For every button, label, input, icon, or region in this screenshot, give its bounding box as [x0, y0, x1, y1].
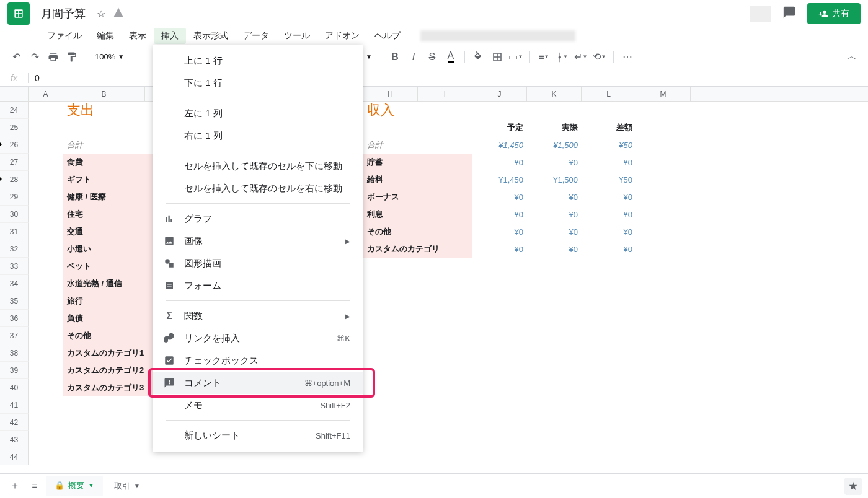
row-header-26[interactable]: 26: [0, 136, 29, 154]
row-header-39[interactable]: 39: [0, 362, 29, 379]
strike-button[interactable]: S: [423, 48, 441, 66]
move-to-drive-icon[interactable]: [113, 7, 124, 20]
cell[interactable]: 予定: [472, 119, 527, 136]
menu-アドオン[interactable]: アドオン: [317, 28, 367, 44]
row-header-27[interactable]: 27: [0, 154, 29, 171]
italic-button[interactable]: I: [405, 48, 422, 66]
bold-button[interactable]: B: [386, 48, 404, 66]
cell[interactable]: ¥0: [582, 154, 636, 171]
text-color-button[interactable]: A: [442, 48, 459, 66]
borders-button[interactable]: [489, 48, 506, 66]
col-header-I[interactable]: I: [418, 87, 472, 101]
paint-format-button[interactable]: [63, 48, 81, 66]
menu-編集[interactable]: 編集: [89, 28, 122, 44]
select-all-corner[interactable]: [0, 87, 29, 101]
col-header-K[interactable]: K: [527, 87, 582, 101]
open-comments-icon[interactable]: [782, 6, 796, 22]
cell[interactable]: 合計: [63, 136, 145, 154]
cell[interactable]: ¥0: [527, 154, 582, 171]
sheet-tab-other[interactable]: 取引 ▼: [105, 477, 149, 496]
cell[interactable]: 収入: [363, 102, 472, 119]
row-header-44[interactable]: 44: [0, 448, 29, 465]
col-header-J[interactable]: J: [472, 87, 527, 101]
wrap-button[interactable]: ↵▼: [572, 48, 590, 66]
row-header-29[interactable]: 29: [0, 188, 29, 206]
menu-item-セルを挿入して既存のセルを右に移動[interactable]: セルを挿入して既存のセルを右に移動: [153, 177, 363, 199]
undo-button[interactable]: ↶: [7, 48, 25, 66]
menu-ヘルプ[interactable]: ヘルプ: [367, 28, 408, 44]
row-header-25[interactable]: 25: [0, 119, 29, 136]
cell[interactable]: 給料: [363, 171, 472, 188]
cell[interactable]: ¥0: [527, 223, 582, 240]
menu-item-メモ[interactable]: メモShift+F2: [153, 394, 363, 416]
star-icon[interactable]: ☆: [97, 8, 105, 20]
menu-item-フォーム[interactable]: フォーム: [153, 274, 363, 297]
col-header-A[interactable]: A: [29, 87, 63, 101]
spreadsheet-area[interactable]: ABCDEFGHIJKLM 24252627282930313233343536…: [0, 87, 868, 465]
cell[interactable]: ¥1,450: [472, 171, 527, 188]
halign-button[interactable]: ≡▼: [535, 48, 552, 66]
cell[interactable]: ¥0: [472, 188, 527, 206]
cell[interactable]: ¥0: [472, 240, 527, 258]
menu-データ[interactable]: データ: [236, 28, 277, 44]
cell[interactable]: ¥0: [527, 206, 582, 223]
menu-item-新しいシート[interactable]: 新しいシートShift+F11: [153, 424, 363, 447]
menu-item-関数[interactable]: Σ関数▶: [153, 305, 363, 327]
row-header-38[interactable]: 38: [0, 344, 29, 362]
redo-button[interactable]: ↷: [26, 48, 43, 66]
cell[interactable]: ¥0: [472, 206, 527, 223]
col-header-H[interactable]: H: [363, 87, 418, 101]
cell[interactable]: 実際: [527, 119, 582, 136]
menu-item-右に 1 列[interactable]: 右に 1 列: [153, 124, 363, 147]
menu-表示形式[interactable]: 表示形式: [186, 28, 236, 44]
zoom-select[interactable]: 100% ▼: [91, 52, 128, 61]
cell[interactable]: ¥0: [527, 240, 582, 258]
menu-item-上に 1 行[interactable]: 上に 1 行: [153, 50, 363, 72]
rotate-button[interactable]: ⟲▼: [591, 48, 608, 66]
cell[interactable]: その他: [363, 223, 472, 240]
print-button[interactable]: [45, 48, 62, 66]
row-header-40[interactable]: 40: [0, 379, 29, 396]
cell[interactable]: ¥0: [472, 223, 527, 240]
cell[interactable]: 貯蓄: [363, 154, 472, 171]
cell[interactable]: ¥1,450: [472, 136, 527, 154]
row-header-30[interactable]: 30: [0, 206, 29, 223]
menu-item-チェックボックス[interactable]: チェックボックス: [153, 349, 363, 372]
menu-表示[interactable]: 表示: [122, 28, 154, 44]
row-header-34[interactable]: 34: [0, 275, 29, 292]
row-header-32[interactable]: 32: [0, 240, 29, 258]
menu-item-図形描画[interactable]: 図形描画: [153, 252, 363, 274]
menu-ツール[interactable]: ツール: [277, 28, 317, 44]
menu-item-セルを挿入して既存のセルを下に移動[interactable]: セルを挿入して既存のセルを下に移動: [153, 155, 363, 177]
menu-item-コメント[interactable]: +コメント⌘+option+M: [153, 372, 363, 394]
row-header-43[interactable]: 43: [0, 431, 29, 448]
cell[interactable]: ¥0: [472, 154, 527, 171]
cell[interactable]: 差額: [582, 119, 636, 136]
cell[interactable]: ¥0: [582, 223, 636, 240]
col-header-M[interactable]: M: [636, 87, 691, 101]
valign-button[interactable]: ⍿▼: [554, 48, 571, 66]
add-sheet-button[interactable]: ＋: [6, 478, 24, 495]
explore-button[interactable]: [844, 478, 862, 495]
doc-title[interactable]: 月間予算: [41, 6, 86, 21]
row-header-37[interactable]: 37: [0, 327, 29, 344]
row-header-24[interactable]: 24: [0, 102, 29, 119]
col-header-L[interactable]: L: [582, 87, 636, 101]
all-sheets-button[interactable]: ≡: [26, 478, 43, 495]
menu-item-下に 1 行[interactable]: 下に 1 行: [153, 72, 363, 94]
account-avatar[interactable]: [750, 6, 771, 22]
cell[interactable]: ボーナス: [363, 188, 472, 206]
row-header-36[interactable]: 36: [0, 310, 29, 327]
menu-item-画像[interactable]: 画像▶: [153, 230, 363, 252]
row-header-42[interactable]: 42: [0, 414, 29, 431]
row-header-31[interactable]: 31: [0, 223, 29, 240]
row-header-35[interactable]: 35: [0, 292, 29, 310]
cell[interactable]: 合計: [363, 136, 418, 154]
menu-item-リンクを挿入[interactable]: リンクを挿入⌘K: [153, 327, 363, 349]
cell[interactable]: ¥0: [527, 188, 582, 206]
merge-button[interactable]: ▭▼: [507, 48, 525, 66]
row-header-28[interactable]: 28: [0, 171, 29, 188]
sheets-logo[interactable]: [7, 2, 30, 25]
cell[interactable]: カスタムのカテゴリ: [363, 240, 472, 258]
share-button[interactable]: 共有: [807, 3, 861, 24]
